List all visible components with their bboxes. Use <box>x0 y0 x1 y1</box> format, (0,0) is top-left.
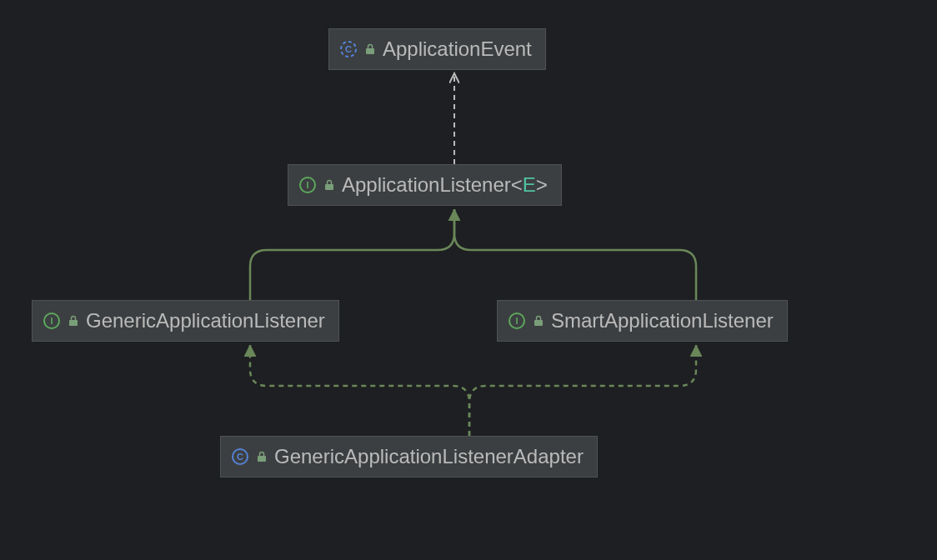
svg-rect-2 <box>366 48 374 54</box>
edge-adapter-to-smart <box>469 345 696 436</box>
abstract-class-icon: C <box>339 40 358 58</box>
node-label: SmartApplicationListener <box>551 309 774 332</box>
svg-text:C: C <box>237 452 243 462</box>
svg-text:I: I <box>515 316 518 326</box>
interface-icon: I <box>298 176 317 194</box>
node-label: ApplicationListener<E> <box>342 173 548 197</box>
node-application-listener[interactable]: I ApplicationListener<E> <box>288 164 562 206</box>
interface-icon: I <box>508 312 526 330</box>
node-smart-application-listener[interactable]: I SmartApplicationListener <box>497 300 788 342</box>
interface-icon: I <box>43 312 61 330</box>
node-label: GenericApplicationListenerAdapter <box>274 445 584 468</box>
lock-icon <box>256 451 268 462</box>
class-icon: C <box>231 448 249 466</box>
node-label: GenericApplicationListener <box>86 309 325 332</box>
lock-icon <box>68 315 79 327</box>
node-generic-application-listener[interactable]: I GenericApplicationListener <box>32 300 339 342</box>
lock-icon <box>364 43 376 55</box>
lock-icon <box>533 315 544 327</box>
svg-rect-8 <box>69 320 78 326</box>
node-generic-application-listener-adapter[interactable]: C GenericApplicationListenerAdapter <box>220 436 598 478</box>
edge-adapter-to-generic <box>250 345 469 436</box>
svg-rect-5 <box>325 184 333 190</box>
svg-text:I: I <box>50 316 53 326</box>
lock-icon <box>323 179 335 191</box>
edge-smart-to-listener <box>454 209 696 300</box>
node-label: ApplicationEvent <box>383 38 532 61</box>
svg-rect-11 <box>534 320 543 326</box>
node-application-event[interactable]: C ApplicationEvent <box>328 28 546 70</box>
svg-rect-14 <box>258 456 266 462</box>
svg-text:C: C <box>345 44 352 54</box>
edge-generic-to-listener <box>250 209 454 300</box>
svg-text:I: I <box>306 180 308 190</box>
